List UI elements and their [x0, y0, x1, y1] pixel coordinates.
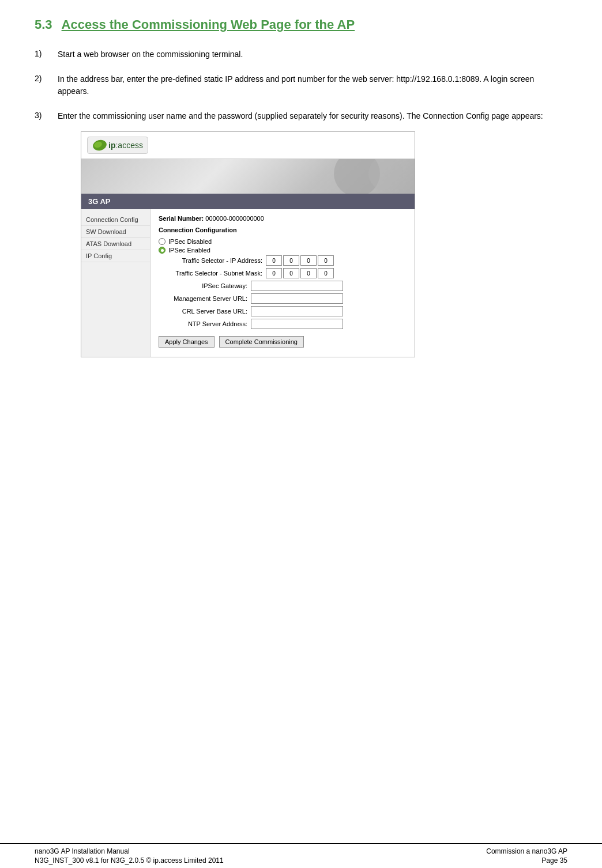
ipsec-gateway-input[interactable] [251, 281, 343, 291]
footer-left-line2: N3G_INST_300 v8.1 for N3G_2.0.5 © ip.acc… [35, 856, 224, 865]
traffic-mask-inputs [266, 268, 334, 278]
ip-access-logo: ip:access [87, 137, 148, 154]
sidebar-item-connection-config[interactable]: Connection Config [81, 214, 150, 226]
button-row: Apply Changes Complete Commissioning [159, 333, 407, 351]
section-title: Access the Commissioning Web Page for th… [62, 17, 355, 32]
ntp-server-label: NTP Server Address: [159, 320, 251, 327]
ipsec-enabled-label: IPSec Enabled [168, 247, 210, 254]
ap-title-text: 3G AP [88, 197, 111, 206]
step-2: 2) In the address bar, enter the pre-def… [35, 73, 567, 97]
logo-leaf-icon [92, 139, 107, 152]
footer-right-line1: Commission a nano3G AP [486, 847, 567, 855]
serial-number-line: Serial Number: 000000-0000000000 [159, 215, 407, 222]
content-area: 1) Start a web browser on the commission… [35, 48, 567, 845]
main-form: Serial Number: 000000-0000000000 Connect… [150, 209, 415, 357]
page-container: 5.3 Access the Commissioning Web Page fo… [0, 0, 602, 868]
traffic-ip-octet-1[interactable] [266, 255, 282, 266]
section-number: 5.3 [35, 17, 52, 32]
step-2-number: 2) [35, 73, 58, 83]
sidebar-item-ip-config[interactable]: IP Config [81, 250, 150, 262]
screenshot-mockup: ip:access 3G AP [81, 131, 415, 357]
apply-changes-button[interactable]: Apply Changes [159, 336, 215, 348]
serial-label: Serial Number: [159, 215, 204, 222]
footer-right: Commission a nano3G AP Page 35 [486, 847, 567, 865]
ntp-server-row: NTP Server Address: [159, 319, 407, 329]
traffic-ip-row: Traffic Selector - IP Address: [159, 255, 407, 266]
traffic-ip-octet-2[interactable] [283, 255, 299, 266]
traffic-mask-octet-2[interactable] [283, 268, 299, 278]
step-2-text: In the address bar, enter the pre-define… [58, 73, 567, 97]
logo-access-text: access [118, 141, 143, 150]
traffic-mask-octet-3[interactable] [300, 268, 317, 278]
traffic-ip-label: Traffic Selector - IP Address: [168, 257, 266, 264]
screenshot-main-area: Connection Config SW Download ATAS Downl… [81, 209, 415, 357]
mgmt-server-input[interactable] [251, 293, 343, 304]
footer-left-line1: nano3G AP Installation Manual [35, 847, 224, 855]
sidebar-item-atas-download[interactable]: ATAS Download [81, 238, 150, 250]
step-1: 1) Start a web browser on the commission… [35, 48, 567, 61]
step-1-number: 1) [35, 48, 58, 58]
traffic-mask-label: Traffic Selector - Subnet Mask: [168, 270, 266, 277]
screenshot-banner [81, 159, 415, 194]
traffic-ip-octet-4[interactable] [318, 255, 334, 266]
ipsec-disabled-radio[interactable] [159, 238, 165, 245]
crl-server-row: CRL Server Base URL: [159, 306, 407, 316]
complete-commissioning-button[interactable]: Complete Commissioning [219, 336, 304, 348]
ipsec-gateway-label: IPSec Gateway: [159, 282, 251, 289]
footer-left: nano3G AP Installation Manual N3G_INST_3… [35, 847, 224, 865]
ipsec-enabled-radio[interactable] [159, 247, 165, 254]
crl-server-input[interactable] [251, 306, 343, 316]
sidebar-item-sw-download[interactable]: SW Download [81, 226, 150, 238]
screenshot-logo-bar: ip:access [81, 132, 415, 159]
sidebar: Connection Config SW Download ATAS Downl… [81, 209, 150, 357]
traffic-mask-octet-4[interactable] [318, 268, 334, 278]
step-3-number: 3) [35, 110, 58, 120]
ap-title-bar: 3G AP [81, 194, 415, 209]
ipsec-enabled-row: IPSec Enabled [159, 247, 407, 254]
ipsec-disabled-row: IPSec Disabled [159, 238, 407, 245]
ipsec-gateway-row: IPSec Gateway: [159, 281, 407, 291]
traffic-ip-inputs [266, 255, 334, 266]
step-3-text: Enter the commissioning user name and th… [58, 111, 543, 120]
step-1-text: Start a web browser on the commissioning… [58, 48, 567, 61]
crl-server-label: CRL Server Base URL: [159, 308, 251, 315]
traffic-mask-row: Traffic Selector - Subnet Mask: [159, 268, 407, 278]
logo-ip-text: ip [108, 141, 115, 150]
traffic-mask-octet-1[interactable] [266, 268, 282, 278]
section-header: 5.3 Access the Commissioning Web Page fo… [35, 17, 567, 35]
ipsec-disabled-label: IPSec Disabled [168, 238, 212, 245]
serial-value: 000000-0000000000 [205, 215, 264, 222]
mgmt-server-row: Management Server URL: [159, 293, 407, 304]
conn-config-title: Connection Configuration [159, 227, 407, 233]
footer-right-line2: Page 35 [541, 856, 567, 865]
banner-decoration-2 [368, 159, 403, 191]
traffic-ip-octet-3[interactable] [300, 255, 317, 266]
ntp-server-input[interactable] [251, 319, 343, 329]
mgmt-server-label: Management Server URL: [159, 295, 251, 302]
step-3: 3) Enter the commissioning user name and… [35, 110, 567, 363]
page-footer: nano3G AP Installation Manual N3G_INST_3… [0, 843, 602, 868]
